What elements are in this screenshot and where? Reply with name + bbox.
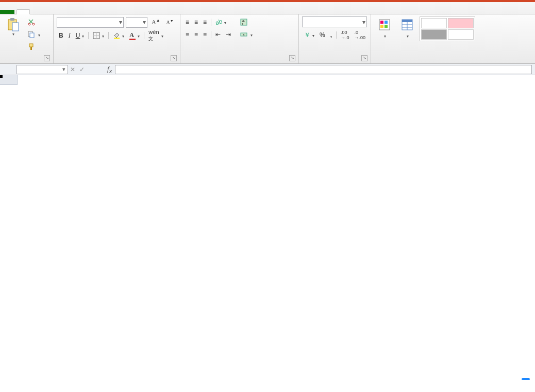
- font-color-button[interactable]: A: [127, 30, 142, 41]
- percent-icon: %: [320, 31, 325, 39]
- increase-font-button[interactable]: A▲: [149, 17, 162, 27]
- underline-button[interactable]: U: [74, 31, 87, 40]
- cell-grid[interactable]: [18, 85, 535, 392]
- name-box[interactable]: ▾: [16, 65, 68, 74]
- copy-icon: [28, 31, 35, 38]
- svg-point-4: [32, 23, 35, 25]
- style-normal[interactable]: [421, 18, 447, 28]
- chevron-down-icon: [406, 32, 409, 39]
- font-size-combo[interactable]: ▾: [126, 17, 147, 28]
- wrap-text-button[interactable]: abc: [238, 16, 255, 28]
- group-number-label: ↘: [302, 61, 367, 62]
- chevron-down-icon: ▾: [62, 66, 65, 73]
- orientation-button[interactable]: ab: [213, 18, 228, 27]
- enter-formula-button[interactable]: ✓: [77, 65, 87, 74]
- fx-icon[interactable]: fx: [107, 65, 112, 74]
- style-check-cell[interactable]: [421, 29, 447, 40]
- align-bottom-button[interactable]: ≡: [201, 18, 209, 27]
- formula-bar: ▾ ✕ ✓ fx: [0, 64, 535, 75]
- align-right-button[interactable]: ≡: [201, 30, 209, 39]
- merge-icon: a: [240, 31, 247, 38]
- svg-rect-1: [10, 18, 14, 21]
- tab-page-layout[interactable]: [42, 10, 55, 14]
- cell-styles-gallery[interactable]: [420, 16, 475, 41]
- decrease-font-button[interactable]: A▼: [164, 18, 176, 26]
- chevron-down-icon: [37, 31, 40, 38]
- dialog-launcher-icon[interactable]: ↘: [171, 55, 177, 61]
- tab-file[interactable]: [0, 10, 14, 14]
- italic-icon: I: [69, 32, 71, 40]
- chevron-down-icon: ▾: [12, 32, 14, 37]
- decrease-decimal-button[interactable]: .0→.00: [353, 29, 368, 41]
- format-painter-button[interactable]: [26, 41, 42, 53]
- dialog-launcher-icon[interactable]: ↘: [361, 55, 367, 61]
- decrease-font-icon: A▼: [166, 19, 174, 25]
- fill-color-button[interactable]: [111, 31, 126, 40]
- tab-home[interactable]: [16, 9, 30, 14]
- increase-indent-button[interactable]: ⇥: [224, 30, 233, 39]
- comma-button[interactable]: ,: [328, 30, 334, 40]
- brush-icon: [28, 43, 35, 50]
- dialog-launcher-icon[interactable]: ↘: [44, 55, 50, 61]
- tab-review[interactable]: [79, 10, 92, 14]
- ribbon: ▾ ↘ ▾: [0, 14, 535, 64]
- group-clipboard-label: ↘: [3, 61, 50, 62]
- copy-button[interactable]: [26, 29, 42, 40]
- align-center-icon: ≡: [194, 31, 198, 38]
- increase-font-icon: A▲: [152, 18, 160, 26]
- italic-button[interactable]: I: [66, 31, 73, 41]
- decrease-decimal-icon: .0→.00: [355, 30, 366, 40]
- style-explanatory[interactable]: [448, 29, 474, 40]
- align-left-button[interactable]: ≡: [183, 30, 191, 39]
- align-top-button[interactable]: ≡: [183, 18, 191, 27]
- svg-rect-19: [380, 21, 383, 24]
- increase-decimal-button[interactable]: .00→.0: [339, 29, 352, 41]
- group-number: ▾ ￥ % , .00→.0 .0→.00 ↘: [299, 14, 371, 63]
- formula-input[interactable]: [115, 65, 532, 74]
- group-styles-label: [374, 55, 532, 62]
- align-bottom-icon: ≡: [203, 19, 207, 26]
- tab-pdf-tools[interactable]: [104, 10, 116, 14]
- svg-rect-12: [114, 38, 120, 39]
- phonetic-button[interactable]: wén文: [146, 28, 165, 43]
- tab-view[interactable]: [92, 10, 104, 14]
- svg-rect-21: [380, 25, 383, 28]
- font-name-combo[interactable]: ▾: [57, 17, 124, 28]
- format-as-table-button[interactable]: [397, 16, 417, 40]
- number-format-combo[interactable]: ▾: [302, 16, 367, 27]
- paste-icon: [6, 18, 21, 32]
- chevron-down-icon: [383, 32, 386, 39]
- bucket-icon: [113, 32, 120, 39]
- cut-button[interactable]: [26, 16, 42, 28]
- bold-button[interactable]: B: [57, 31, 65, 40]
- style-bad[interactable]: [448, 18, 474, 28]
- bold-icon: B: [59, 32, 63, 39]
- currency-button[interactable]: ￥: [302, 30, 316, 41]
- tab-insert[interactable]: [30, 10, 42, 14]
- paste-button[interactable]: ▾: [3, 16, 24, 38]
- tab-formulas[interactable]: [55, 10, 67, 14]
- percent-button[interactable]: %: [317, 30, 327, 40]
- wrap-text-icon: abc: [240, 19, 247, 26]
- scissors-icon: [28, 19, 35, 26]
- borders-icon: [93, 32, 100, 39]
- align-right-icon: ≡: [203, 31, 207, 38]
- select-all-corner[interactable]: [0, 75, 18, 85]
- align-middle-button[interactable]: ≡: [192, 18, 200, 27]
- dialog-launcher-icon[interactable]: ↘: [289, 55, 295, 61]
- decrease-indent-button[interactable]: ⇤: [213, 30, 223, 39]
- conditional-format-icon: [377, 18, 392, 32]
- cancel-formula-button[interactable]: ✕: [68, 65, 77, 74]
- align-center-button[interactable]: ≡: [192, 30, 200, 39]
- chevron-down-icon: [249, 31, 253, 38]
- conditional-format-button[interactable]: [374, 16, 395, 40]
- svg-rect-2: [12, 23, 19, 31]
- font-color-icon: A: [129, 31, 136, 40]
- merge-center-button[interactable]: a: [238, 29, 255, 40]
- svg-rect-6: [30, 33, 34, 38]
- svg-rect-7: [29, 44, 33, 47]
- currency-icon: ￥: [304, 31, 310, 40]
- borders-button[interactable]: [91, 31, 106, 40]
- tab-data[interactable]: [67, 10, 79, 14]
- svg-rect-24: [402, 20, 412, 22]
